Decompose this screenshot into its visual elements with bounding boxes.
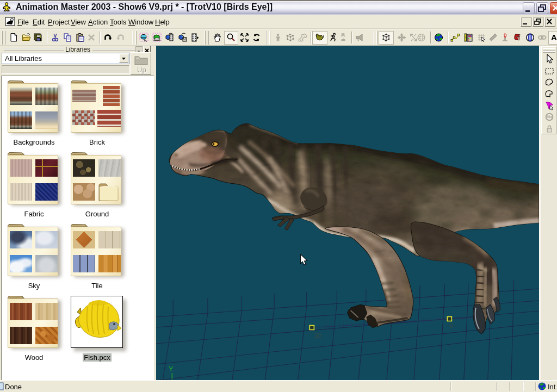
svg-text:Y: Y xyxy=(169,365,173,373)
svg-text:20: 20 xyxy=(314,332,321,339)
svg-text:A: A xyxy=(551,33,557,42)
svg-text:0: 0 xyxy=(449,322,453,329)
